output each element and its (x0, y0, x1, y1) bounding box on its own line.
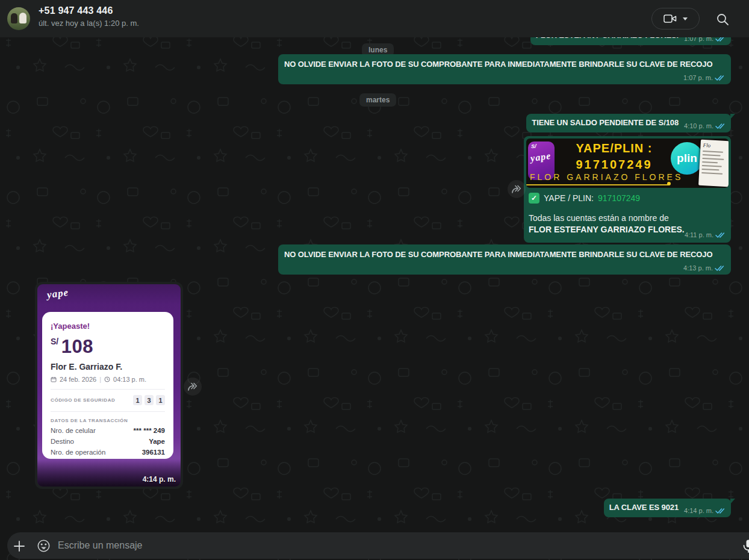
receipt-time: 04:13 p. m. (113, 376, 146, 383)
message-text: TIENE UN SALDO PENDIENTE DE S/108 (532, 117, 679, 128)
double-check-icon (715, 265, 725, 272)
price-list-paper: Flo (698, 140, 729, 187)
message-outgoing[interactable]: NO OLVIDE ENVIAR LA FOTO DE SU COMPROBAN… (278, 244, 731, 275)
row-label: Destino (51, 438, 74, 445)
caption-phone-link[interactable]: 917107249 (598, 193, 640, 203)
row-label: Nro. de operación (51, 449, 105, 456)
contact-name: +51 947 443 446 (39, 5, 139, 16)
avatar-dog-dark (11, 13, 17, 23)
yape-wordmark: yape (530, 151, 552, 164)
message-time: 4:10 p. m. (684, 122, 713, 129)
banner-phone-number: 917107249 (560, 158, 668, 172)
row-value: *** *** 249 (134, 427, 165, 434)
chevron-down-icon[interactable] (683, 17, 688, 20)
avatar-dog-light (19, 13, 26, 23)
row-value: 396131 (142, 449, 165, 456)
banner-dot (667, 182, 671, 185)
receipt-title: ¡Yapeaste! (51, 322, 165, 331)
contact-info[interactable]: +51 947 443 446 últ. vez hoy a la(s) 1:2… (39, 5, 139, 28)
message-time: 4:14 p. m. (684, 507, 713, 514)
security-digits: 1 3 1 (133, 395, 165, 405)
receipt-recipient: Flor E. Garriazo F. (51, 362, 165, 372)
receipt-date: 24 feb. 2026 (60, 376, 96, 383)
message-outgoing[interactable]: LA CLAVE ES 9021 4:14 p. m. (604, 499, 731, 517)
security-digit: 1 (133, 395, 142, 405)
date-divider: martes (359, 93, 396, 107)
separator: | (99, 376, 101, 383)
whatsapp-chat-window: +51 947 443 446 últ. vez hoy a la(s) 1:2… (0, 0, 749, 560)
message-text: LA CLAVE ES 9021 (609, 502, 679, 513)
transaction-row: Destino Yape (51, 438, 165, 445)
bubble-tail (730, 114, 735, 119)
banner-account-holder: FLOR GARRIAZO FLORES (530, 172, 683, 182)
calendar-icon (51, 376, 57, 382)
divider (51, 389, 165, 390)
message-input[interactable] (58, 532, 708, 559)
receipt-card: ¡Yapeaste! S/ 108 Flor E. Garriazo F. 24… (42, 312, 173, 459)
yape-receipt-image[interactable]: yape ¡Yapeaste! S/ 108 Flor E. Garriazo … (37, 284, 181, 487)
message-outgoing-image[interactable]: S/ yape YAPE/PLIN : 917107249 plin FLOR … (524, 136, 731, 243)
banner-underline (526, 184, 668, 185)
receipt-amount: S/ 108 (51, 336, 165, 358)
transaction-row: Nro. de operación 396131 (51, 449, 165, 456)
forward-message-button[interactable] (508, 180, 526, 198)
transaction-row: Nro. de celular *** *** 249 (51, 427, 165, 434)
message-time: 1:07 p. m. (683, 74, 713, 81)
banner-title: YAPE/PLIN : (560, 142, 668, 155)
yape-plin-banner-image[interactable]: S/ yape YAPE/PLIN : 917107249 plin FLOR … (526, 138, 729, 188)
double-check-icon (715, 123, 726, 129)
emoji-sticker-button[interactable] (36, 538, 51, 553)
yape-wordmark: yape (46, 287, 69, 301)
transaction-data-label: DATOS DE LA TRANSACCIÓN (51, 418, 165, 423)
security-code-label: CÓDIGO DE SEGURIDAD (51, 397, 115, 403)
bubble-tail (730, 499, 735, 504)
forward-message-button[interactable] (184, 378, 202, 396)
caption-line: Todas las cuentas están a nombre de (529, 213, 726, 223)
message-time: 4:11 p. m. (685, 231, 713, 238)
paper-title: Flo (703, 142, 728, 149)
receipt-datetime: 24 feb. 2026 | 04:13 p. m. (51, 376, 165, 383)
microphone-icon[interactable] (741, 538, 749, 554)
search-button[interactable] (714, 11, 731, 28)
video-call-button[interactable] (651, 8, 700, 30)
message-incoming-image[interactable]: yape ¡Yapeaste! S/ 108 Flor E. Garriazo … (35, 282, 183, 489)
double-check-icon (715, 75, 725, 81)
message-time: 4:13 p. m. (683, 264, 713, 272)
contact-last-seen: últ. vez hoy a la(s) 1:20 p. m. (39, 19, 139, 28)
row-label: Nro. de celular (51, 427, 96, 434)
message-text: NO OLVIDE ENVIAR LA FOTO DE SU COMPROBAN… (284, 249, 725, 260)
forward-arrow-icon (187, 381, 199, 392)
video-camera-icon (664, 14, 677, 23)
search-icon (716, 13, 729, 26)
security-digit: 3 (145, 395, 154, 405)
currency-symbol: S/ (51, 337, 58, 346)
amount-value: 108 (61, 336, 93, 357)
message-outgoing[interactable]: NO OLVIDE ENVIAR LA FOTO DE SU COMPROBAN… (278, 54, 731, 84)
message-time: 4:14 p. m. (143, 475, 176, 484)
message-outgoing[interactable]: TIENE UN SALDO PENDIENTE DE S/108 4:10 p… (526, 114, 731, 132)
clock-icon (104, 376, 110, 382)
message-text: NO OLVIDE ENVIAR LA FOTO DE SU COMPROBAN… (284, 59, 725, 70)
check-mark-emoji: ✓ (529, 193, 539, 204)
double-check-icon (715, 232, 726, 238)
row-value: Yape (149, 438, 165, 445)
plin-logo: plin (671, 142, 703, 175)
security-digit: 1 (156, 395, 165, 405)
divider (51, 411, 165, 412)
chat-header: +51 947 443 446 últ. vez hoy a la(s) 1:2… (0, 0, 749, 37)
image-caption: ✓ YAPE / PLIN: 917107249 Todas las cuent… (526, 188, 729, 240)
forward-arrow-icon (511, 184, 523, 194)
yape-currency-badge: S/ (531, 143, 536, 149)
caption-label: YAPE / PLIN: (544, 193, 594, 203)
contact-avatar[interactable] (7, 7, 30, 30)
attach-plus-button[interactable] (12, 539, 26, 553)
double-check-icon (715, 508, 726, 514)
